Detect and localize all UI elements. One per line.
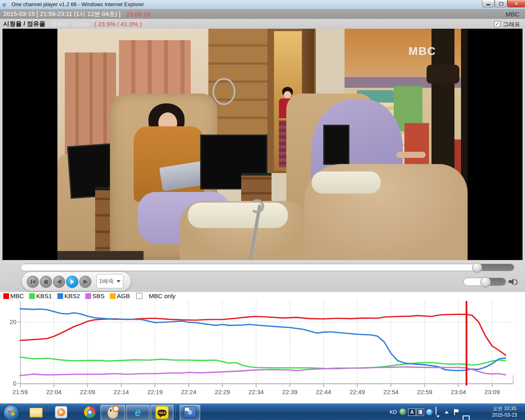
svg-text:23:04: 23:04 [451, 388, 466, 395]
ime-alpha-icon[interactable]: A [408, 409, 416, 416]
seek-handle[interactable] [472, 262, 482, 273]
mbc-watermark: MBC [409, 45, 448, 57]
svg-text:22:09: 22:09 [80, 388, 96, 395]
taskbar-separator [176, 406, 176, 419]
ratings-line-chart: 21:5922:0422:0922:1422:1922:2422:2922:34… [0, 292, 525, 397]
window-title: One channel player v1.2 66 - Windows Int… [11, 1, 144, 7]
seek-bar-remaining [480, 264, 514, 271]
towel-white-center [188, 203, 288, 228]
chart-legend: MBCKBS1KBS2SBSAGB MBC only [3, 292, 176, 299]
mbc-only-checkbox[interactable] [136, 293, 142, 299]
svg-text:22:14: 22:14 [114, 388, 129, 395]
svg-text:23:09: 23:09 [484, 388, 500, 395]
mirror-ring [212, 78, 235, 105]
svg-text:0: 0 [13, 380, 16, 387]
legend-label: MBC [10, 292, 24, 299]
pillar-capital [427, 65, 459, 84]
chevron-down-icon [116, 280, 121, 283]
legend-label: KBS1 [36, 292, 52, 299]
maximize-button[interactable] [495, 0, 507, 7]
legend-swatch [29, 293, 35, 299]
legend-item-KBS1: KBS1 [29, 292, 52, 299]
title-bar[interactable]: e One channel player v1.2 66 - Windows I… [0, 0, 525, 9]
seek-bar[interactable] [21, 264, 514, 271]
ime-pad-icon[interactable] [436, 407, 440, 418]
ime-help-icon[interactable]: ? [426, 409, 433, 416]
tv-monitor-small [323, 125, 349, 165]
step-back-button[interactable] [53, 276, 65, 288]
folder-icon [30, 408, 42, 417]
kakaotalk-icon: TALK [155, 406, 169, 419]
start-button[interactable] [3, 405, 19, 420]
legend-item-MBC: MBC [3, 292, 24, 299]
minimize-button[interactable] [482, 0, 495, 7]
svg-text:22:59: 22:59 [417, 388, 433, 395]
ratings-secondary-values: ( 23.9% / 41.0% ) [94, 21, 142, 27]
legend-label: SBS [92, 292, 105, 299]
covered-person-arm [396, 152, 426, 158]
step-forward-button[interactable] [79, 276, 91, 288]
svg-text:22:39: 22:39 [282, 388, 298, 395]
taskbar-explorer[interactable] [26, 405, 45, 420]
legend-label: KBS2 [64, 292, 80, 299]
video-surface[interactable]: MBC [57, 29, 468, 260]
media-player-icon [55, 406, 67, 418]
windows-taskbar: e TALK ㅎ KO A 漢 ? 오전 10:35 2015-03-23 [0, 404, 525, 420]
legend-label: AGB [117, 292, 130, 299]
metal-handle-hook [250, 199, 264, 213]
taskbar-mascot-app[interactable] [100, 405, 125, 420]
clock-time: 오전 10:35 [487, 405, 522, 412]
play-icon [71, 279, 74, 284]
skip-start-button[interactable] [27, 276, 39, 288]
minimize-icon [486, 4, 490, 5]
ime-hanja-icon[interactable]: 漢 [416, 409, 424, 416]
action-center-flag-icon[interactable] [454, 409, 459, 415]
ratings-chart-section: 21:5922:0422:0922:1422:1922:2422:2922:34… [0, 292, 525, 404]
ime-globe-icon[interactable] [399, 409, 406, 415]
speed-value: 1배속 [99, 278, 114, 285]
clock-date: 2015-03-23 [487, 412, 522, 418]
chrome-icon [84, 406, 96, 418]
ratings-values: 20.8% / 31.6% [50, 21, 90, 27]
taskbar-clock[interactable]: 오전 10:35 2015-03-23 [487, 405, 522, 418]
svg-text:20: 20 [9, 318, 16, 325]
taskbar-internet-explorer[interactable]: e [126, 405, 150, 420]
tray-language[interactable]: KO [390, 409, 397, 415]
svg-text:22:44: 22:44 [316, 388, 331, 395]
network-icon[interactable] [463, 415, 469, 420]
taskbar-chrome[interactable] [80, 405, 99, 420]
speed-select[interactable]: 1배속 [96, 274, 123, 288]
stop-icon [44, 280, 48, 284]
close-button[interactable]: × [507, 0, 525, 7]
internet-explorer-icon: e [135, 407, 141, 418]
ratings-bar: 시청율 / 점유율 20.8% / 31.6% ( 23.9% / 41.0% … [0, 19, 525, 29]
svg-text:22:29: 22:29 [215, 388, 230, 395]
svg-text:22:54: 22:54 [383, 388, 399, 395]
graph-checkbox-label: 그래프 [503, 21, 520, 28]
stop-button[interactable] [40, 276, 52, 288]
towel-white-right [312, 171, 381, 194]
speaker-icon[interactable] [509, 278, 517, 285]
volume-slider[interactable] [463, 278, 506, 286]
legend-item-AGB: AGB [110, 292, 130, 299]
taskbar-media-player[interactable] [52, 405, 71, 420]
svg-text:22:04: 22:04 [46, 388, 62, 395]
taskbar-hangul[interactable]: ㅎ [180, 405, 200, 420]
step-back-icon [57, 280, 60, 284]
legend-swatch [85, 293, 91, 299]
svg-text:22:19: 22:19 [147, 388, 163, 395]
play-button[interactable] [66, 276, 78, 288]
svg-text:22:49: 22:49 [349, 388, 365, 395]
restore-icon [499, 2, 503, 5]
legend-item-KBS2: KBS2 [57, 292, 80, 299]
taskbar-kakaotalk[interactable]: TALK [151, 405, 173, 420]
floor-dark [57, 251, 144, 260]
show-hidden-icons[interactable] [445, 411, 449, 413]
legend-item-SBS: SBS [85, 292, 105, 299]
ie-favicon: e [2, 1, 9, 8]
graph-checkbox[interactable]: ✓ [494, 21, 500, 27]
mascot-icon [107, 406, 118, 419]
legend-swatch [57, 293, 63, 299]
volume-handle[interactable] [480, 277, 491, 288]
close-icon: × [515, 1, 518, 6]
